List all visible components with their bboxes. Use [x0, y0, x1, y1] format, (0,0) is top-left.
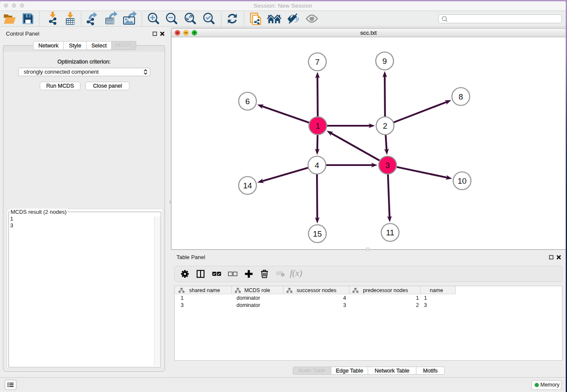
- svg-text:11: 11: [386, 228, 394, 237]
- svg-text:2: 2: [383, 121, 388, 130]
- svg-text:1: 1: [316, 121, 320, 130]
- svg-text:8: 8: [459, 92, 463, 101]
- svg-text:9: 9: [383, 57, 387, 66]
- svg-text:15: 15: [313, 229, 322, 238]
- svg-text:14: 14: [243, 181, 252, 190]
- svg-text:6: 6: [245, 97, 250, 106]
- svg-text:3: 3: [385, 161, 390, 170]
- svg-text:7: 7: [315, 58, 320, 66]
- svg-text:10: 10: [457, 177, 466, 185]
- svg-text:4: 4: [315, 161, 319, 170]
